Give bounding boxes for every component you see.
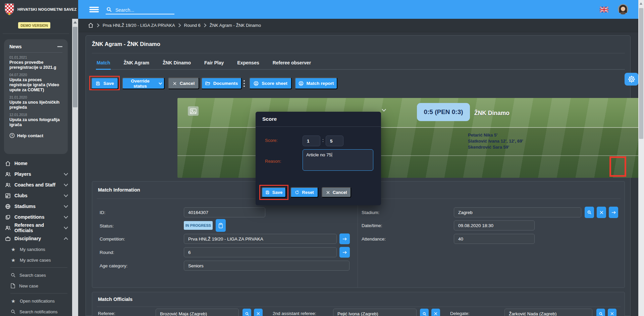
sidebar-item-search-notifications[interactable]: Search notifications xyxy=(0,306,72,316)
sidebar-item-players[interactable]: Players xyxy=(0,169,72,179)
match-banner: 0:5 (PEN 0:3) ŽNK Dinamo Petarić Nika 5'… xyxy=(177,98,644,178)
tab-match[interactable]: Match xyxy=(96,57,111,70)
section-title: Match Information xyxy=(98,187,140,193)
minus-icon[interactable] xyxy=(57,46,62,47)
kebab-icon[interactable] xyxy=(244,80,245,87)
divider xyxy=(97,307,621,307)
delegate-search-button[interactable] xyxy=(596,309,605,316)
away-score-input[interactable] xyxy=(326,136,343,146)
competition-field[interactable] xyxy=(184,234,337,244)
home-score-input[interactable] xyxy=(303,136,320,146)
help-contact-label: Help contact xyxy=(17,133,43,138)
status-history-button[interactable] xyxy=(216,219,226,232)
override-status-button[interactable]: Override status xyxy=(122,77,165,89)
stadium-search-button[interactable] xyxy=(585,207,594,218)
scorer-line: Skendrović Sara 59' xyxy=(468,144,523,150)
home-icon xyxy=(5,161,11,166)
help-contact[interactable]: ? Help contact xyxy=(9,133,62,138)
user-avatar[interactable] xyxy=(618,4,628,14)
status-label: Status: xyxy=(100,223,114,228)
modal-reset-button[interactable]: Reset xyxy=(290,187,318,198)
attendance-field[interactable] xyxy=(454,234,535,244)
scrollbar-thumb[interactable] xyxy=(73,27,77,107)
sidebar-scrollbar[interactable] xyxy=(72,19,78,316)
tab-znk-dinamo[interactable]: ŽNK Dinamo xyxy=(162,57,192,70)
settings-fab[interactable] xyxy=(625,73,638,86)
search-icon xyxy=(245,312,249,316)
sidebar-item-clubs[interactable]: Clubs xyxy=(0,190,72,201)
sidebar-item-coaches[interactable]: Coaches and Staff xyxy=(0,179,72,190)
score-separator: : xyxy=(322,138,324,143)
tab-referee-observer[interactable]: Referee observer xyxy=(272,57,312,70)
referee-clear-button[interactable] xyxy=(254,309,263,316)
arrow-right-icon xyxy=(342,237,347,241)
arrow-right-icon xyxy=(342,250,347,255)
news-item-title[interactable]: Uputa za proces registracije igrača (Vid… xyxy=(9,77,62,93)
uk-flag-icon[interactable] xyxy=(600,7,608,12)
news-item-title[interactable]: Uputa za unos fotografija igrača xyxy=(9,117,62,127)
cancel-button[interactable]: Cancel xyxy=(168,77,199,89)
pitch-line xyxy=(177,127,644,128)
news-item-title[interactable]: Proces provedbe preregistracije u 2021.g xyxy=(9,60,62,70)
close-icon xyxy=(434,312,438,316)
assistant-clear-button[interactable] xyxy=(431,309,440,316)
assistant-search-button[interactable] xyxy=(420,309,429,316)
score-dropdown-chevron-icon[interactable] xyxy=(382,109,386,112)
sidebar-item-my-active-cases[interactable]: ★ My active cases xyxy=(0,255,72,265)
divider xyxy=(256,126,381,127)
page-scrollbar[interactable] xyxy=(638,0,644,316)
id-field[interactable] xyxy=(184,207,265,217)
demo-version-badge: DEMO VERSION xyxy=(18,22,50,29)
score-sheet-button[interactable]: Score sheet xyxy=(249,77,292,89)
sidebar-item-competitions[interactable]: Competitions xyxy=(0,212,72,222)
modal-cancel-button[interactable]: Cancel xyxy=(322,187,351,198)
sidebar-item-home[interactable]: Home xyxy=(0,158,72,169)
home-icon[interactable] xyxy=(88,22,94,28)
documents-button[interactable]: Documents xyxy=(201,77,242,89)
scroll-up-arrow-icon[interactable] xyxy=(73,21,77,23)
breadcrumb-round[interactable]: Round 6 xyxy=(184,23,201,28)
sidebar-item-new-case[interactable]: New case xyxy=(0,280,72,291)
assistant-referee-field[interactable] xyxy=(333,309,417,316)
referees-icon xyxy=(5,225,11,231)
sidebar-item-search-cases[interactable]: Search cases xyxy=(0,270,72,280)
datetime-field[interactable] xyxy=(454,220,535,230)
scrollbar-thumb[interactable] xyxy=(639,8,643,139)
stadium-field[interactable] xyxy=(454,207,581,217)
goto-round-button[interactable] xyxy=(339,247,350,258)
documents-icon xyxy=(205,81,210,86)
reason-label: Reason: xyxy=(265,159,281,164)
home-team-logo-placeholder[interactable] xyxy=(188,106,199,116)
hamburger-menu-icon[interactable] xyxy=(89,6,99,13)
sidebar-item-stadiums[interactable]: Stadiums xyxy=(0,201,72,212)
round-field[interactable] xyxy=(184,247,337,257)
reset-icon xyxy=(295,190,299,195)
tab-fair-play[interactable]: Fair Play xyxy=(204,57,224,70)
sidebar-item-my-sanctions[interactable]: ★ My sanctions xyxy=(0,244,72,255)
sidebar-item-referees[interactable]: Referees and Officials xyxy=(0,222,72,233)
search-underline xyxy=(106,14,174,14)
news-item-title[interactable]: Upute za unos liječničkih pregleda xyxy=(9,100,62,110)
scroll-up-arrow-icon[interactable] xyxy=(640,2,642,5)
goto-stadium-button[interactable] xyxy=(609,207,618,218)
hns-crest-logo xyxy=(5,3,14,15)
sidebar-item-disciplinary[interactable]: Disciplinary xyxy=(0,233,72,244)
referee-search-button[interactable] xyxy=(243,309,251,316)
tab-expenses[interactable]: Expenses xyxy=(236,57,260,70)
reason-textarea[interactable]: Article no 75 xyxy=(303,149,373,171)
breadcrumb-competition[interactable]: Prva HNLŽ 19/20 - LIGA ZA PRVAKA xyxy=(103,23,175,28)
chevron-down-icon xyxy=(159,82,162,85)
age-category-field[interactable] xyxy=(184,261,350,271)
tab-znk-agram[interactable]: ŽNK Agram xyxy=(123,57,150,70)
federation-logo-block[interactable]: HRVATSKI NOGOMETNI SAVEZ xyxy=(0,0,78,19)
stadium-clear-button[interactable] xyxy=(597,207,606,218)
delegate-clear-button[interactable] xyxy=(608,309,616,316)
goto-competition-button[interactable] xyxy=(339,233,350,244)
players-icon xyxy=(5,171,11,177)
away-team-name[interactable]: ŽNK Dinamo xyxy=(474,110,509,117)
delegate-field[interactable] xyxy=(504,309,592,316)
search-input[interactable] xyxy=(115,6,173,14)
match-report-button[interactable]: Match report xyxy=(295,77,337,89)
sidebar-item-open-notifications[interactable]: ★ Open notifications xyxy=(0,296,72,306)
referee-field[interactable] xyxy=(156,309,239,316)
